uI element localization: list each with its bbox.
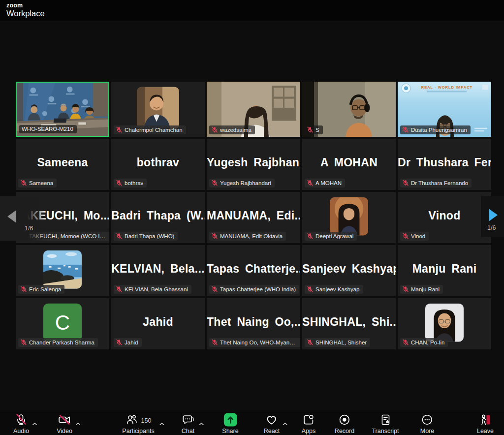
participant-tile[interactable]: JahidJahid — [111, 298, 205, 349]
chat-icon — [182, 413, 194, 428]
participant-name-text: Tapas Chatterjee (WHO India) — [220, 286, 296, 292]
participant-name-text: MANUAMA, Edit Oktavia — [220, 233, 283, 239]
participant-tile[interactable]: SEAROWHO-SEARO-M210 — [16, 82, 109, 137]
chat-menu-caret[interactable] — [199, 419, 204, 428]
muted-mic-icon — [116, 233, 122, 239]
muted-mic-icon — [403, 126, 409, 133]
participant-name-text: SHINGHAL, Shisher — [315, 340, 367, 345]
muted-mic-icon — [116, 339, 122, 345]
toolbar-record-button[interactable]: Record — [335, 414, 354, 435]
brand-zoom: zoom — [6, 2, 45, 9]
participant-tile[interactable]: Eric Salenga — [16, 245, 109, 296]
participant-name-label: bothrav — [114, 179, 147, 187]
profile-photo — [43, 250, 82, 289]
chevron-left-icon — [6, 209, 17, 224]
next-page-button[interactable]: 1/6 — [481, 196, 504, 237]
participant-name-label: Sameena — [18, 179, 57, 187]
toolbar-react-button[interactable]: React — [264, 414, 280, 435]
brand-workplace: Workplace — [6, 9, 45, 18]
participant-tile[interactable]: Chalermpol Chamchan — [111, 82, 205, 137]
participant-tile[interactable]: bothravbothrav — [111, 139, 205, 190]
participant-name-label: MANUAMA, Edit Oktavia — [209, 232, 286, 241]
participant-name-label: Chander Parkash Sharma — [18, 338, 98, 347]
participant-name-text: Chalermpol Chamchan — [125, 127, 183, 133]
participant-name-label: Chalermpol Chamchan — [114, 125, 186, 134]
muted-mic-icon — [403, 180, 409, 186]
toolbar-participants-label: Participants — [122, 428, 154, 435]
participant-tile[interactable]: Manju RaniManju Rani — [398, 245, 491, 296]
svg-text:REAL - WORLD IMPACT: REAL - WORLD IMPACT — [421, 85, 472, 90]
video-menu-caret[interactable] — [75, 419, 81, 428]
participant-tile[interactable]: Badri Thapa (W...Badri Thapa (WHO) — [111, 192, 205, 243]
participant-name-label: Dr Thushara Fernando — [400, 179, 472, 187]
share-icon — [223, 412, 238, 429]
participant-big-name: Dr Thushara Fer... — [398, 156, 491, 169]
toolbar-leave-button[interactable]: Leave — [477, 414, 494, 435]
participant-name-label: KELVIAN, Bela Ghassani — [114, 285, 191, 294]
muted-mic-icon — [212, 339, 218, 345]
toolbar-apps-button[interactable]: Apps — [302, 414, 316, 435]
participant-tile[interactable]: wazedsaima — [207, 82, 300, 137]
participants-menu-caret[interactable] — [159, 419, 164, 428]
toolbar-transcript-button[interactable]: Transcript — [372, 414, 399, 435]
participant-tile[interactable]: Sanjeev KashyapSanjeev Kashyap — [302, 245, 396, 296]
participant-tile[interactable]: Thet Naing Oo,...Thet Naing Oo, WHO-Myan… — [207, 298, 300, 349]
participant-tile[interactable]: VinodVinod — [398, 192, 491, 243]
participant-tile[interactable]: CHAN, Po-lin — [398, 298, 491, 349]
toolbar-more-label: More — [420, 428, 434, 435]
participant-name-label: Thet Naing Oo, WHO-Myanmar — [209, 338, 300, 347]
participant-tile[interactable]: SHINGHAL, Shi...SHINGHAL, Shisher — [302, 298, 396, 349]
toolbar-record-label: Record — [335, 428, 354, 435]
participant-name-text: Dusita Phuengsamran — [411, 127, 467, 133]
participant-name-text: A MOHAN — [315, 180, 342, 186]
muted-mic-icon — [403, 339, 409, 345]
leave-icon — [479, 413, 492, 428]
participant-tile[interactable]: A MOHANA MOHAN — [302, 139, 396, 190]
muted-mic-icon — [307, 339, 313, 345]
participant-name-text: Manju Rani — [411, 286, 440, 292]
participant-tile[interactable]: Yugesh Rajbhan...Yugesh Rajbhandari — [207, 139, 300, 190]
react-icon — [265, 413, 278, 428]
toolbar-apps-label: Apps — [302, 428, 316, 435]
participant-name-text: KELVIAN, Bela Ghassani — [125, 286, 188, 292]
apps-icon — [302, 413, 315, 428]
prev-page-button[interactable]: 1/6 — [0, 196, 47, 241]
toolbar-share-button[interactable]: Share — [222, 414, 238, 435]
video-icon — [58, 413, 71, 428]
audio-menu-caret[interactable] — [32, 419, 37, 428]
participant-name-text: Yugesh Rajbhandari — [220, 180, 271, 186]
participant-tile[interactable]: Dr Thushara Fer...Dr Thushara Fernando — [398, 139, 491, 190]
participant-name-label: Dusita Phuengsamran — [400, 125, 471, 134]
participant-tile[interactable]: Deepti Agrawal — [302, 192, 396, 243]
participant-big-name: KELVIAN, Bela... — [111, 262, 205, 276]
participant-tile[interactable]: REAL - WORLD IMPACTDusita Phuengsamran — [398, 82, 491, 137]
participant-name-label: SHINGHAL, Shisher — [305, 338, 370, 347]
toolbar-more-button[interactable]: More — [420, 414, 434, 435]
profile-photo — [137, 87, 179, 129]
participant-name-label: A MOHAN — [305, 179, 345, 187]
participant-tile[interactable]: SameenaSameena — [16, 139, 109, 190]
toolbar-audio-button[interactable]: Audio — [13, 414, 29, 435]
toolbar-chat-button[interactable]: Chat — [182, 414, 194, 435]
participant-big-name: Sanjeev Kashyap — [302, 262, 396, 276]
toolbar-participants-button[interactable]: 150Participants — [122, 414, 154, 435]
toolbar-video-button[interactable]: Video — [57, 414, 72, 435]
react-menu-caret[interactable] — [283, 419, 288, 428]
participant-big-name: MANUAMA, Edi... — [207, 209, 300, 222]
participant-tile[interactable]: CChander Parkash Sharma — [16, 298, 109, 349]
participant-name-label: Jahid — [114, 338, 142, 347]
profile-photo — [425, 304, 464, 342]
participant-name-text: CHAN, Po-lin — [411, 340, 444, 345]
participant-tile[interactable]: MANUAMA, Edi...MANUAMA, Edit Oktavia — [207, 192, 300, 243]
participant-tile[interactable]: Tapas Chatterje...Tapas Chatterjee (WHO … — [207, 245, 300, 296]
muted-mic-icon — [212, 286, 218, 292]
participant-tile[interactable]: S — [302, 82, 396, 137]
participant-big-name: Badri Thapa (W... — [111, 209, 205, 222]
participant-tile[interactable]: KELVIAN, Bela...KELVIAN, Bela Ghassani — [111, 245, 205, 296]
meeting-toolbar: AudioVideo150ParticipantsChatShareReactA… — [0, 411, 504, 435]
muted-mic-icon — [307, 233, 313, 239]
participant-big-name: Tapas Chatterje... — [207, 262, 300, 276]
participants-icon — [126, 413, 138, 428]
zoom-workplace-logo: zoom Workplace — [6, 2, 45, 18]
page-indicator: 1/6 — [25, 225, 33, 232]
